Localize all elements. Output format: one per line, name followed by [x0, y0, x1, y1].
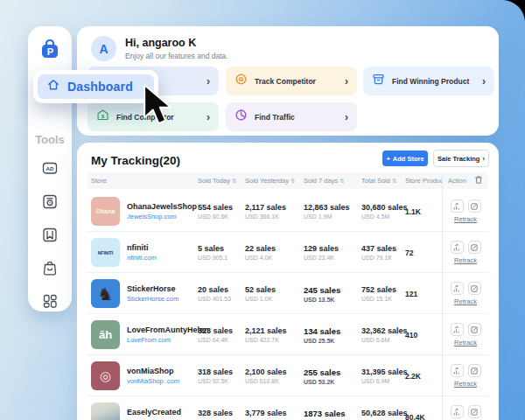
col-sold-yesterday[interactable]: Sold Yesterday⇅	[245, 177, 304, 185]
store-name: vonMiaShop	[127, 367, 179, 375]
edit-icon[interactable]	[468, 364, 481, 377]
edit-icon[interactable]	[468, 405, 481, 418]
apps-grid-icon[interactable]	[41, 292, 59, 310]
col-sold-7-days[interactable]: Sold 7 days⇅	[304, 177, 361, 185]
sort-icon[interactable]: ⇅	[290, 178, 295, 184]
table-row: NFINITI nfiniti nfiniti.com 5 sales USD …	[88, 232, 488, 273]
dashboard-nav-label: Dashboard	[67, 80, 133, 94]
edit-icon[interactable]	[468, 241, 481, 254]
sidebar-nav: AD	[28, 159, 72, 310]
sold-7-days-cell: 255 sales USD 53.2K	[304, 368, 361, 385]
app-logo-bag-icon[interactable]: P	[38, 38, 61, 60]
store-products-cell: 72	[405, 248, 442, 257]
svg-text:AD: AD	[46, 165, 54, 172]
sold-today-cell: 318 sales USD 92.5K	[198, 368, 245, 384]
product-scan-icon[interactable]	[41, 192, 59, 210]
store-domain-link[interactable]: nfiniti.com	[127, 254, 157, 262]
add-store-button[interactable]: + Add Store	[382, 150, 428, 166]
analytics-chart-icon[interactable]	[451, 200, 464, 213]
store-name: EaselyCreated	[127, 408, 186, 416]
table-row: āh LoveFromAuntyHelen LoveFrom.com 323 s…	[88, 314, 488, 355]
chevron-right-icon: ›	[206, 111, 210, 123]
trash-icon[interactable]	[474, 175, 483, 186]
col-store-products[interactable]: Store Products	[405, 177, 442, 185]
sort-icon[interactable]: ⇅	[232, 178, 236, 184]
sale-tracking-button[interactable]: Sale Tracking ›	[433, 150, 489, 167]
store-logo: ♞	[91, 279, 120, 308]
dashboard-nav-pill[interactable]: Dashboard	[38, 74, 154, 99]
store-products-cell: 121	[405, 290, 442, 298]
store-name: OhanaJewelsShop	[127, 202, 197, 211]
store-products-cell: 410	[405, 331, 442, 340]
edit-icon[interactable]	[468, 323, 481, 336]
total-sold-cell: 752 sales USD 15.1K	[361, 285, 405, 302]
store-logo-text: NFINITI	[98, 250, 114, 256]
shop-bag-tool-icon[interactable]	[41, 259, 59, 276]
store-name: StickerHorse	[127, 284, 178, 293]
ad-tool-icon[interactable]: AD	[41, 159, 59, 177]
total-sold-cell: 437 sales USD 79.1K	[361, 244, 405, 261]
store-cell: Ohana OhanaJewelsShop JewelsShop.com	[88, 197, 198, 226]
sidebar: P Tools AD	[28, 26, 72, 312]
store-domain-link[interactable]: vonMiaShop .com	[127, 377, 179, 385]
sold-today-cell: 323 sales USD 64.4K	[198, 326, 245, 343]
edit-icon[interactable]	[468, 200, 481, 213]
sold-7-days-cell: 1873 sales USD 17.3K	[304, 409, 361, 420]
store-cell: āh LoveFromAuntyHelen LoveFrom.com	[88, 320, 198, 349]
table-row: EaselyCreated EaselyCreated .com 328 sal…	[88, 396, 488, 420]
feature-card-find-winning-product[interactable]: Find Winning Product ›	[363, 66, 494, 95]
action-cell: Retrack	[442, 314, 488, 355]
retrack-link[interactable]: Retrack	[454, 298, 477, 305]
sort-icon[interactable]: ⇅	[392, 178, 396, 184]
store-domain-link[interactable]: LoveFrom.com	[127, 336, 209, 344]
my-tracking-panel: My Tracking(20) + Add Store Sale Trackin…	[77, 143, 499, 420]
store-products-cell: 80.4K	[405, 413, 442, 420]
chevron-right-icon: ›	[206, 75, 210, 88]
total-sold-cell: 31,395 sales USD 6.9M	[361, 368, 405, 384]
dollar-house-icon: $	[96, 108, 109, 125]
feature-card-label: Track Competitor	[255, 77, 316, 86]
tools-section-label: Tools	[28, 133, 72, 146]
user-avatar[interactable]: A	[91, 36, 116, 61]
store-logo	[91, 402, 120, 420]
feature-card-label: Find Traffic	[255, 113, 295, 122]
store-domain-link[interactable]: StickerHorse.com	[127, 295, 178, 303]
sold-yesterday-cell: 2,121 sales USD 422.7K	[245, 326, 304, 343]
retrack-link[interactable]: Retrack	[454, 256, 477, 264]
feature-card-find-competitor[interactable]: $ Find Competitor ›	[88, 102, 219, 131]
analytics-chart-icon[interactable]	[451, 405, 464, 418]
col-store[interactable]: Store	[88, 177, 198, 185]
analytics-chart-icon[interactable]	[451, 364, 464, 377]
sale-tracking-label: Sale Tracking	[438, 155, 480, 163]
tracking-title: My Tracking(20)	[91, 154, 180, 167]
action-cell: Retrack	[442, 232, 488, 273]
feature-card-label: Find Competitor	[116, 113, 174, 122]
analytics-chart-icon[interactable]	[451, 282, 464, 295]
action-cell: Retrack	[442, 191, 488, 232]
retrack-link[interactable]: Retrack	[454, 339, 477, 346]
feature-card-find-traffic[interactable]: Find Traffic ›	[226, 102, 357, 131]
store-logo: NFINITI	[91, 238, 120, 267]
chevron-right-icon: ›	[345, 75, 348, 88]
col-sold-today[interactable]: Sold Today⇅	[198, 177, 245, 185]
feature-card-track-competitor[interactable]: Track Competitor ›	[226, 66, 357, 95]
store-cell: NFINITI nfiniti nfiniti.com	[88, 238, 198, 267]
sold-today-cell: 5 sales USD 905.1	[198, 244, 245, 261]
svg-text:P: P	[47, 46, 53, 57]
retrack-link[interactable]: Retrack	[454, 380, 477, 388]
sold-7-days-cell: 12,863 sales USD 1.9M	[304, 203, 361, 220]
chevron-right-icon: ›	[482, 155, 485, 163]
retrack-link[interactable]: Retrack	[454, 215, 477, 223]
dashboard-nav-float[interactable]: Dashboard	[33, 70, 158, 103]
store-products-cell: 1.1K	[405, 207, 442, 216]
sort-icon[interactable]: ⇅	[340, 178, 344, 184]
bookmark-tool-icon[interactable]	[41, 226, 59, 243]
edit-icon[interactable]	[468, 282, 481, 295]
store-logo-text: ◎	[100, 368, 111, 384]
col-total-sold[interactable]: Total Sold⇅	[361, 177, 405, 185]
greeting-subtitle: Enjoy all our features and data.	[125, 52, 228, 60]
analytics-chart-icon[interactable]	[451, 323, 464, 336]
analytics-chart-icon[interactable]	[451, 241, 464, 254]
store-products-cell: 2.2K	[405, 372, 442, 381]
store-domain-link[interactable]: JewelsShop.com	[127, 213, 197, 220]
